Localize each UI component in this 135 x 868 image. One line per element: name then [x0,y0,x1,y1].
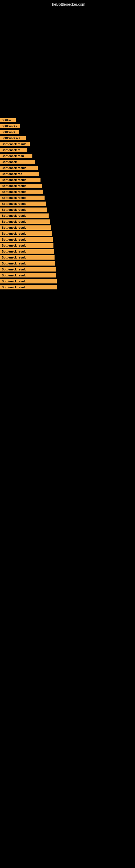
bottleneck-result-row: Bottleneck result [0,195,135,200]
bottleneck-result-label: Bottleneck result [0,249,54,254]
bottleneck-result-row: Bottleneck result [0,278,135,284]
bottleneck-result-label: Bottleneck res [0,172,39,176]
bottleneck-result-label: Bottleneck result [0,243,53,248]
bottleneck-result-label: Bottleneck result [0,202,46,206]
bottleneck-result-label: Bottleneck resu [0,154,32,158]
bottleneck-result-row: Bottleneck result [0,177,135,182]
bottleneck-result-row: Bottleneck result [0,141,135,147]
bottleneck-result-label: Bottleneck r [0,124,20,128]
bottleneck-result-label: Bottleneck [0,130,19,134]
bottleneck-result-label: Bottleneck re [0,148,27,152]
bottleneck-result-label: Bottleneck result [0,219,50,224]
bottleneck-result-row: Bottleneck re [0,147,135,152]
bottleneck-result-label: Bottlen [0,118,16,122]
bottleneck-result-label: Bottleneck result [0,142,30,146]
bottleneck-result-label: Bottleneck result [0,267,56,272]
bottleneck-result-row [0,114,135,115]
bottleneck-result-row: Bottleneck result [0,284,135,290]
bottleneck-result-row [0,115,135,116]
bottleneck-result-row: Bottleneck result [0,230,135,236]
bottleneck-result-label: Bottleneck [0,160,35,164]
bottleneck-result-row: Bottleneck result [0,201,135,206]
bottleneck-result-row: Bottleneck result [0,165,135,170]
bottleneck-result-label: Bottleneck result [0,255,54,259]
bottleneck-result-row: Bottleneck result [0,207,135,212]
bottleneck-result-row: Bottleneck result [0,219,135,224]
bottleneck-result-row: Bottleneck result [0,272,135,278]
bottleneck-result-label: Bottleneck result [0,166,38,170]
bottleneck-result-label: Bottleneck res [0,136,26,140]
bottleneck-result-label: Bottleneck result [0,190,43,194]
bottleneck-result-label: Bottleneck result [0,184,42,188]
bottleneck-result-row: Bottleneck result [0,248,135,254]
site-title-bar: TheBottlenecker.com [0,0,135,8]
bottleneck-result-label: Bottleneck result [0,208,47,212]
bottleneck-result-row: Bottleneck result [0,189,135,194]
bottleneck-result-row: Bottleneck result [0,237,135,242]
bottleneck-result-row [0,116,135,117]
bottleneck-result-label: Bottleneck result [0,231,52,236]
chart-area [0,8,135,111]
bottleneck-result-label: Bottleneck result [0,225,51,230]
bottleneck-result-label: Bottleneck result [0,237,53,242]
bottleneck-result-row: Bottleneck [0,129,135,134]
bottleneck-result-row: Bottleneck resu [0,153,135,158]
bottleneck-result-label: Bottleneck result [0,285,57,289]
bottleneck-result-label: Bottleneck result [0,214,49,218]
bottleneck-result-row: Bottleneck result [0,183,135,188]
bottleneck-result-row: Bottleneck result [0,260,135,266]
bottleneck-result-row: Bottleneck r [0,123,135,129]
bottleneck-result-row: Bottleneck result [0,213,135,218]
bottleneck-result-row: Bottlen [0,117,135,123]
bottleneck-result-row: Bottleneck result [0,225,135,230]
bottleneck-result-row: Bottleneck result [0,254,135,260]
bottleneck-result-row: Bottleneck result [0,243,135,248]
bottleneck-result-label: Bottleneck result [0,178,41,182]
results-section: BottlenBottleneck rBottleneckBottleneck … [0,111,135,290]
bottleneck-result-row: Bottleneck res [0,135,135,141]
bottleneck-result-label: Bottleneck result [0,261,55,266]
site-title: TheBottlenecker.com [0,0,135,8]
bottleneck-result-label: Bottleneck result [0,279,57,283]
bottleneck-result-row: Bottleneck [0,159,135,164]
bottleneck-result-row: Bottleneck result [0,267,135,272]
bottleneck-result-label: Bottleneck result [0,273,56,278]
bottleneck-result-row: Bottleneck res [0,171,135,176]
bottleneck-result-label: Bottleneck result [0,195,45,200]
